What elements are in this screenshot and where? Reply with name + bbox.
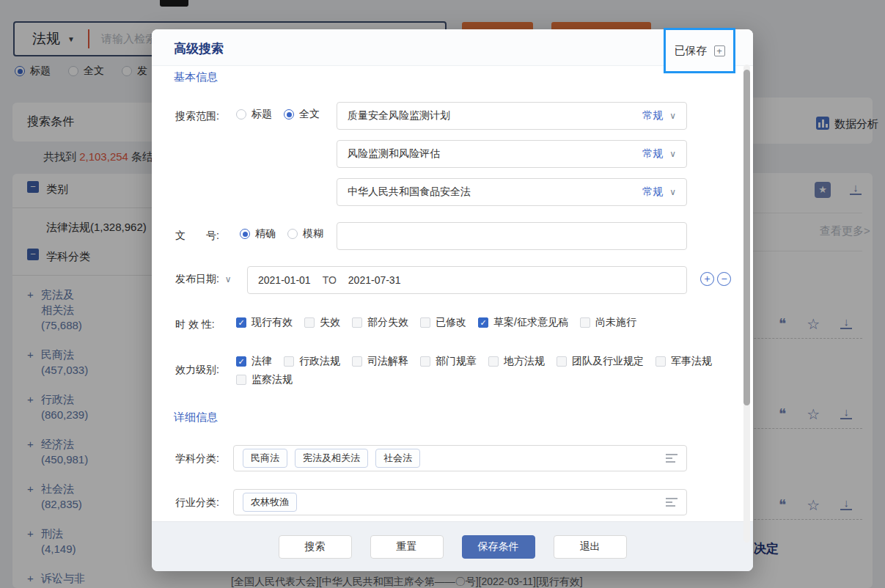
checkbox-option[interactable]: 部门规章 [420,355,477,368]
checkbox-option[interactable]: 已修改 [420,316,466,329]
checkbox-icon: ✓ [236,317,246,328]
publish-date-label: 发布日期: ∨ [175,273,232,286]
checkbox-icon [580,317,590,328]
radio-option[interactable]: 精确 [240,227,276,240]
chevron-down-icon: ∨ [669,149,676,159]
checkbox-icon [420,317,430,328]
checkbox-option[interactable]: 团队及行业规定 [557,355,644,368]
checkbox-option[interactable]: ✓法律 [236,355,272,368]
classification-tag[interactable]: 宪法及相关法 [295,449,368,468]
list-lines-icon[interactable] [666,498,677,507]
modal-header: 高级搜索 [152,29,753,66]
checkbox-icon [236,375,246,385]
date-end[interactable]: 2021-07-31 [348,274,401,286]
checkbox-option[interactable]: ✓现行有效 [236,316,293,329]
radio-option[interactable]: 全文 [284,108,320,121]
classification-tag[interactable]: 社会法 [375,449,420,468]
checkbox-option[interactable]: ✓草案/征求意见稿 [478,316,568,329]
radio-option[interactable]: 标题 [236,108,272,121]
date-start[interactable]: 2021-01-01 [258,274,311,286]
keyword-mode-select[interactable]: 常规 [642,147,663,161]
section-basic-info: 基本信息 [174,70,218,84]
exit-button[interactable]: 退出 [554,535,627,559]
checkbox-label: 地方法规 [504,355,545,368]
checkbox-icon: ✓ [236,356,246,367]
radio-option[interactable]: 模糊 [287,227,323,240]
checkbox-icon [488,356,499,367]
checkbox-label: 法律 [251,355,272,368]
remove-date-row-icon[interactable]: − [717,272,731,286]
scope-label: 搜索范围: [175,110,219,123]
industry-class-box[interactable]: 农林牧渔 [233,489,687,515]
keyword-input-1[interactable]: 质量安全风险监测计划 常规 ∨ [337,102,687,130]
checkbox-label: 已修改 [436,316,466,329]
add-date-row-icon[interactable]: + [700,272,714,286]
radio-label: 精确 [255,227,276,240]
checkbox-option[interactable]: 失效 [304,316,340,329]
checkbox-label: 失效 [320,316,340,329]
checkbox-label: 现行有效 [251,316,293,329]
checkbox-option[interactable]: 地方法规 [488,355,545,368]
scope-radio-group: 标题全文 [236,108,320,121]
save-conditions-button[interactable]: 保存条件 [462,535,535,559]
checkbox-icon: ✓ [478,317,488,328]
checkbox-option[interactable]: 军事法规 [656,355,712,368]
advanced-search-modal: 高级搜索 基本信息 搜索范围: 标题全文 质量安全风险监测计划 常规 ∨ 风险监… [152,29,753,571]
effect-level-label: 效力级别: [175,364,219,377]
validity-label: 时 效 性: [175,318,215,331]
radio-icon [236,109,246,120]
chevron-down-icon: ∨ [669,187,676,197]
search-button[interactable]: 搜索 [279,535,352,559]
checkbox-label: 司法解释 [367,355,408,368]
checkbox-icon [352,356,362,367]
keyword-value: 风险监测和风险评估 [348,147,642,161]
date-range-input[interactable]: 2021-01-01 TO 2021-07-31 [247,266,687,294]
publish-date-label-text: 发布日期: [175,273,219,284]
doc-number-input[interactable] [337,222,687,250]
scrollbar-thumb[interactable] [743,70,750,405]
list-lines-icon[interactable] [666,454,677,463]
checkbox-option[interactable]: 司法解释 [352,355,408,368]
checkbox-icon [557,356,567,367]
chevron-down-icon: ∨ [669,111,676,121]
subject-class-label: 学科分类: [175,452,219,466]
radio-icon [284,109,294,120]
radio-icon [240,229,250,239]
keyword-mode-select[interactable]: 常规 [642,109,663,122]
checkbox-option[interactable]: 行政法规 [284,355,340,368]
keyword-input-2[interactable]: 风险监测和风险评估 常规 ∨ [337,140,687,168]
keyword-mode-select[interactable]: 常规 [642,185,663,199]
plus-square-icon[interactable]: + [714,45,725,56]
checkbox-label: 团队及行业规定 [572,355,644,368]
classification-tag[interactable]: 农林牧渔 [243,493,297,512]
checkbox-label: 部分失效 [367,316,408,329]
doc-number-label: 文 号: [175,229,219,243]
keyword-value: 中华人民共和国食品安全法 [348,185,642,199]
modal-title: 高级搜索 [174,40,224,57]
checkbox-label: 草案/征求意见稿 [493,316,568,329]
checkbox-option[interactable]: 部分失效 [352,316,408,329]
checkbox-label: 行政法规 [299,355,340,368]
saved-label: 已保存 [675,44,708,58]
radio-label: 标题 [251,108,272,121]
checkbox-icon [352,317,362,328]
effect-level-checkbox-group: ✓法律行政法规司法解释部门规章地方法规团队及行业规定军事法规监察法规 [236,355,716,386]
app-root: 法规 ▼ 请输入检索 标题全文发 搜索条件 共找到 2,103,254 条结果 … [0,0,885,588]
keyword-input-3[interactable]: 中华人民共和国食品安全法 常规 ∨ [337,178,687,206]
radio-label: 模糊 [303,227,323,240]
reset-button[interactable]: 重置 [370,535,444,559]
checkbox-option[interactable]: 监察法规 [236,373,293,386]
radio-icon [287,229,298,239]
saved-searches-button[interactable]: 已保存 + [664,28,735,73]
industry-class-label: 行业分类: [175,496,219,510]
checkbox-option[interactable]: 尚未施行 [580,316,636,329]
section-detail-info: 详细信息 [174,411,218,425]
checkbox-label: 部门规章 [436,355,477,368]
checkbox-icon [284,356,294,367]
subject-class-box[interactable]: 民商法宪法及相关法社会法 [233,445,687,471]
checkbox-label: 监察法规 [251,373,293,386]
chevron-down-icon[interactable]: ∨ [225,274,232,284]
checkbox-label: 军事法规 [671,355,712,368]
classification-tag[interactable]: 民商法 [243,449,287,468]
checkbox-icon [656,356,666,367]
